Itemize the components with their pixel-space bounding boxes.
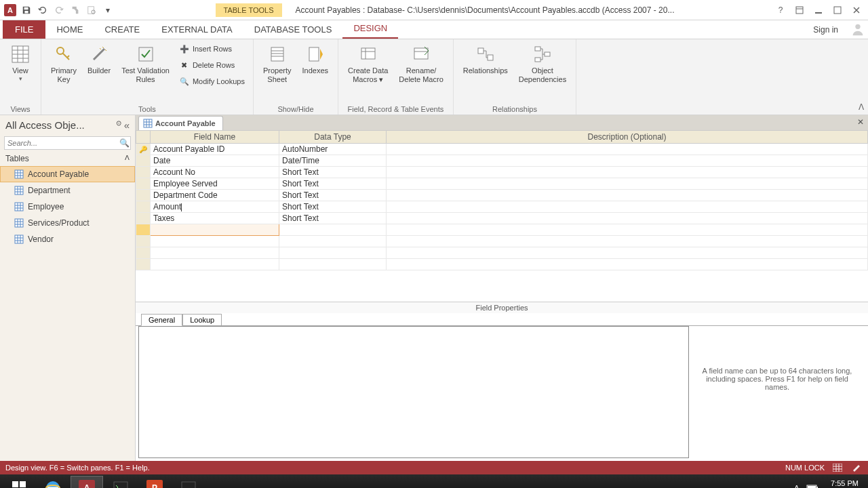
doc-close-icon[interactable]: ✕ <box>857 117 864 127</box>
table-row[interactable]: DateDate/Time <box>136 155 868 167</box>
field-name-cell[interactable] <box>151 224 279 236</box>
object-dependencies-button[interactable]: Object Dependencies <box>515 42 570 85</box>
description-cell[interactable] <box>387 178 868 190</box>
tray-chevron-icon[interactable]: ᐱ <box>794 484 800 489</box>
field-name-cell[interactable]: Taxes <box>151 213 279 224</box>
field-name-cell[interactable] <box>151 236 279 247</box>
battery-icon[interactable] <box>806 484 818 488</box>
table-row-empty[interactable] <box>136 247 868 259</box>
builder-button[interactable]: Builder <box>83 42 115 77</box>
nav-search[interactable]: 🔍 <box>4 136 131 150</box>
description-cell[interactable] <box>387 224 868 236</box>
description-cell[interactable] <box>387 236 868 247</box>
tray-clock[interactable]: 7:55 PM 1/13/2015 <box>825 479 859 488</box>
field-name-cell[interactable] <box>151 259 279 270</box>
description-cell[interactable] <box>387 167 868 178</box>
app-icon[interactable]: A <box>3 3 18 18</box>
row-selector[interactable] <box>136 190 151 201</box>
description-cell[interactable] <box>387 190 868 201</box>
data-type-cell[interactable]: Short Text <box>279 190 387 201</box>
nav-item-account-payable[interactable]: Account Payable <box>0 166 135 182</box>
close-icon[interactable] <box>848 3 865 17</box>
row-selector[interactable] <box>136 213 151 224</box>
col-data-type[interactable]: Data Type <box>279 131 387 144</box>
row-selector[interactable] <box>136 167 151 178</box>
save-icon[interactable] <box>19 3 34 18</box>
nav-item-employee[interactable]: Employee <box>0 199 135 215</box>
data-type-cell[interactable] <box>279 224 387 236</box>
create-data-macros-button[interactable]: Create Data Macros ▾ <box>344 42 392 85</box>
search-icon[interactable]: 🔍 <box>118 138 130 148</box>
tab-create[interactable]: CREATE <box>94 20 151 39</box>
row-selector-active[interactable] <box>136 224 151 236</box>
indexes-button[interactable]: Indexes <box>298 42 333 77</box>
row-selector[interactable] <box>136 201 151 213</box>
insert-rows-button[interactable]: ➕Insert Rows <box>176 42 248 56</box>
relationships-button[interactable]: Relationships <box>459 42 512 77</box>
row-selector[interactable] <box>136 259 151 270</box>
tab-external-data[interactable]: EXTERNAL DATA <box>151 20 243 39</box>
field-name-cell[interactable]: Account No <box>151 167 279 178</box>
col-description[interactable]: Description (Optional) <box>387 131 868 144</box>
undo-icon[interactable] <box>35 3 50 18</box>
profile-icon[interactable] <box>848 20 868 39</box>
design-view-icon[interactable] <box>850 462 863 473</box>
access-taskbar-icon[interactable]: A <box>71 476 103 488</box>
nav-group-tables[interactable]: Tables ᐱ <box>0 151 135 166</box>
powerpoint-icon[interactable]: P <box>138 476 171 488</box>
field-name-cell[interactable]: Employee Served <box>151 178 279 190</box>
table-row-new[interactable] <box>136 224 868 236</box>
data-type-cell[interactable] <box>279 259 387 270</box>
recorder-icon[interactable] <box>172 476 205 488</box>
field-name-cell[interactable]: Amount <box>151 201 279 213</box>
row-selector[interactable] <box>136 236 151 247</box>
modify-lookups-button[interactable]: 🔍Modify Lookups <box>176 75 248 88</box>
tab-database-tools[interactable]: DATABASE TOOLS <box>243 20 343 39</box>
field-name-cell[interactable]: Department Code <box>151 190 279 201</box>
rename-delete-macro-button[interactable]: Rename/ Delete Macro <box>395 42 447 85</box>
design-grid[interactable]: Field Name Data Type Description (Option… <box>136 130 868 270</box>
file-tab[interactable]: FILE <box>3 20 45 39</box>
format-painter-icon[interactable] <box>68 3 83 18</box>
view-button[interactable]: View ▾ <box>5 42 35 83</box>
data-type-cell[interactable]: Short Text <box>279 167 387 178</box>
help-icon[interactable]: ? <box>772 3 789 17</box>
start-button[interactable] <box>3 476 35 488</box>
tab-design[interactable]: DESIGN <box>342 19 398 39</box>
table-row[interactable]: 🔑Account Payable IDAutoNumber <box>136 144 868 155</box>
nav-dropdown-icon[interactable]: ⊙ <box>116 119 121 131</box>
search-input[interactable] <box>5 139 118 147</box>
nav-item-vendor[interactable]: Vendor <box>0 231 135 247</box>
prop-grid[interactable] <box>138 326 689 458</box>
datasheet-view-icon[interactable] <box>831 462 844 473</box>
description-cell[interactable] <box>387 201 868 213</box>
description-cell[interactable] <box>387 155 868 167</box>
tab-home[interactable]: HOME <box>45 20 94 39</box>
maximize-icon[interactable] <box>829 3 846 17</box>
redo-icon[interactable] <box>52 3 66 18</box>
description-cell[interactable] <box>387 144 868 155</box>
data-type-cell[interactable]: Short Text <box>279 213 387 224</box>
table-row-empty[interactable] <box>136 236 868 247</box>
description-cell[interactable] <box>387 259 868 270</box>
field-name-cell[interactable]: Account Payable ID <box>151 144 279 155</box>
table-row[interactable]: Account NoShort Text <box>136 167 868 178</box>
data-type-cell[interactable] <box>279 236 387 247</box>
data-type-cell[interactable]: Short Text <box>279 178 387 190</box>
field-name-cell[interactable] <box>151 247 279 259</box>
data-type-cell[interactable] <box>279 247 387 259</box>
terminal-icon[interactable] <box>104 476 137 488</box>
nav-item-department[interactable]: Department <box>0 182 135 199</box>
nav-header[interactable]: All Access Obje... ⊙ « <box>0 115 135 135</box>
ie-icon[interactable] <box>37 476 69 488</box>
doc-tab-account-payable[interactable]: Account Payable <box>138 116 223 130</box>
test-rules-button[interactable]: Test Validation Rules <box>117 42 174 85</box>
primary-key-button[interactable]: Primary Key <box>47 42 81 85</box>
nav-collapse-icon[interactable]: « <box>124 119 130 131</box>
prop-tab-lookup[interactable]: Lookup <box>182 314 222 326</box>
select-all-cell[interactable] <box>136 131 151 144</box>
row-selector[interactable] <box>136 155 151 167</box>
description-cell[interactable] <box>387 247 868 259</box>
property-sheet-button[interactable]: Property Sheet <box>259 42 296 85</box>
delete-rows-button[interactable]: ✖Delete Rows <box>176 58 248 72</box>
